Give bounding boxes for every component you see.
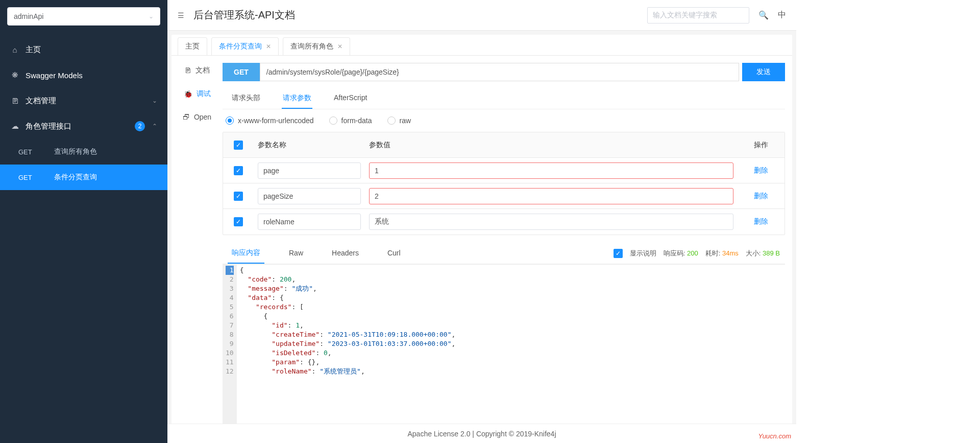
footer-text: Apache License 2.0 | Copyright © 2019-Kn…: [407, 430, 556, 438]
chevron-up-icon: ⌃: [152, 123, 157, 130]
url-path-input[interactable]: /admin/system/sysRole/{page}/{pageSize}: [260, 63, 739, 81]
cloud-icon: ☁: [10, 122, 19, 131]
resp-tab-headers[interactable]: Headers: [328, 244, 363, 263]
left-tab-label: Open: [194, 113, 211, 121]
row-checkbox[interactable]: ✓: [234, 166, 243, 175]
search-icon[interactable]: 🔍: [758, 10, 769, 20]
param-value-input[interactable]: [369, 162, 733, 179]
response-tabs: 响应内容 Raw Headers Curl ✓ 显示说明 响应码: 200 耗时…: [223, 243, 785, 264]
radio-formdata[interactable]: form-data: [329, 116, 372, 125]
radio-urlencoded[interactable]: x-www-form-urlencoded: [226, 116, 314, 125]
footer: Apache License 2.0 | Copyright © 2019-Kn…: [167, 424, 796, 443]
col-name: 参数名称: [254, 136, 365, 154]
elapsed-time: 34ms: [722, 249, 739, 257]
chevron-down-icon: ⌄: [149, 13, 154, 20]
request-sub-tabs: 请求头部 请求参数 AfterScript: [223, 88, 785, 109]
resp-tab-raw[interactable]: Raw: [285, 244, 307, 263]
response-code-editor[interactable]: 123456789101112 { "code": 200, "message"…: [223, 264, 785, 424]
sidebar-item-label: 文档管理: [26, 96, 56, 106]
sidebar-subitem-query-all[interactable]: GET 查询所有角色: [0, 139, 167, 165]
radio-icon: [329, 116, 337, 125]
close-icon[interactable]: ✕: [266, 43, 271, 50]
col-value: 参数值: [365, 136, 738, 154]
resp-tab-body[interactable]: 响应内容: [228, 243, 264, 264]
panel: GET /admin/system/sysRole/{page}/{pageSi…: [223, 56, 792, 424]
left-tab-debug[interactable]: 🐞 调试: [184, 89, 211, 99]
line-gutter: 123456789101112: [223, 265, 237, 424]
watermark: Yuucn.com: [758, 432, 791, 440]
code-content: { "code": 200, "message": "成功", "data": …: [237, 265, 785, 424]
count-badge: 2: [135, 121, 145, 131]
radio-label: x-www-form-urlencoded: [238, 116, 314, 125]
show-desc-checkbox[interactable]: ✓: [614, 249, 623, 258]
search-placeholder: 输入文档关键字搜索: [653, 11, 717, 20]
left-tab-open[interactable]: 🗗 Open: [183, 113, 211, 121]
tab-label: 条件分页查询: [219, 42, 262, 51]
http-method-badge: GET: [223, 63, 260, 81]
left-tab-doc[interactable]: 🖹 文档: [184, 66, 210, 75]
sub-tab-params[interactable]: 请求参数: [282, 88, 312, 109]
row-checkbox[interactable]: ✓: [234, 217, 243, 226]
delete-button[interactable]: 删除: [738, 192, 785, 201]
radio-raw[interactable]: raw: [387, 116, 411, 125]
response-size: 389 B: [763, 249, 780, 257]
radio-icon: [387, 116, 396, 125]
param-name-input[interactable]: [258, 188, 361, 204]
home-icon: ⌂: [10, 45, 19, 54]
tab-paged-query[interactable]: 条件分页查询 ✕: [211, 37, 279, 55]
sidebar-item-doc-manage[interactable]: 🖹 文档管理 ⌄: [0, 88, 167, 113]
resp-tab-curl[interactable]: Curl: [383, 244, 405, 263]
close-icon[interactable]: ✕: [337, 43, 342, 50]
sidebar: adminApi ⌄ ⌂ 主页 ❋ Swagger Models 🖹 文档管理 …: [0, 0, 167, 443]
param-name-input[interactable]: [258, 162, 361, 179]
response-meta: ✓ 显示说明 响应码: 200 耗时: 34ms 大小: 389 B: [614, 249, 780, 258]
doc-icon: 🖹: [10, 97, 19, 105]
left-tab-label: 调试: [197, 89, 211, 99]
delete-button[interactable]: 删除: [738, 217, 785, 226]
url-bar: GET /admin/system/sysRole/{page}/{pageSi…: [223, 63, 785, 81]
tab-query-all[interactable]: 查询所有角色 ✕: [283, 37, 350, 55]
search-input[interactable]: 输入文档关键字搜索: [647, 7, 749, 24]
sidebar-subitem-paged-query[interactable]: GET 条件分页查询: [0, 165, 167, 190]
left-tabs: 🖹 文档 🐞 调试 🗗 Open: [172, 56, 223, 424]
param-value-input[interactable]: [369, 188, 733, 204]
menu-toggle-icon[interactable]: ☰: [178, 11, 184, 19]
sub-tab-headers[interactable]: 请求头部: [231, 88, 261, 109]
bug-icon: 🐞: [184, 90, 192, 98]
tab-home[interactable]: 主页: [178, 37, 207, 55]
content: 🖹 文档 🐞 调试 🗗 Open GET /admin/system/sysRo…: [172, 56, 792, 424]
radio-icon: [226, 116, 234, 125]
swagger-icon: ❋: [10, 71, 19, 80]
radio-label: form-data: [341, 116, 372, 125]
send-button[interactable]: 发送: [742, 63, 785, 81]
doc-icon: 🖹: [184, 66, 191, 75]
col-action: 操作: [738, 141, 785, 150]
external-icon: 🗗: [183, 113, 190, 121]
left-tab-label: 文档: [195, 66, 210, 75]
show-desc-label: 显示说明: [630, 249, 656, 258]
sub-tab-afterscript[interactable]: AfterScript: [333, 88, 368, 109]
tab-label: 查询所有角色: [290, 42, 333, 51]
sidebar-item-home[interactable]: ⌂ 主页: [0, 37, 167, 62]
sidebar-menu: ⌂ 主页 ❋ Swagger Models 🖹 文档管理 ⌄ ☁ 角色管理接口 …: [0, 33, 167, 443]
sidebar-item-swagger-models[interactable]: ❋ Swagger Models: [0, 62, 167, 88]
param-name-input[interactable]: [258, 214, 361, 230]
api-group-select[interactable]: adminApi ⌄: [7, 7, 160, 26]
delete-button[interactable]: 删除: [738, 166, 785, 175]
sidebar-item-role-api[interactable]: ☁ 角色管理接口 2 ⌃: [0, 113, 167, 139]
status-code: 200: [687, 249, 698, 257]
table-row: ✓删除: [223, 158, 785, 183]
page-title: 后台管理系统-API文档: [193, 8, 638, 22]
table-row: ✓删除: [223, 209, 785, 235]
tab-label: 主页: [185, 42, 200, 51]
select-all-checkbox[interactable]: ✓: [234, 141, 243, 150]
param-value-input[interactable]: [369, 214, 733, 230]
sidebar-item-label: 角色管理接口: [26, 122, 71, 131]
params-table: ✓ 参数名称 参数值 操作 ✓删除✓删除✓删除: [223, 132, 785, 235]
http-method: GET: [18, 148, 39, 156]
chevron-down-icon: ⌄: [152, 97, 157, 104]
sidebar-subitem-label: 查询所有角色: [54, 147, 97, 156]
api-group-value: adminApi: [14, 12, 43, 20]
language-toggle[interactable]: 中: [778, 10, 786, 20]
row-checkbox[interactable]: ✓: [234, 192, 243, 201]
